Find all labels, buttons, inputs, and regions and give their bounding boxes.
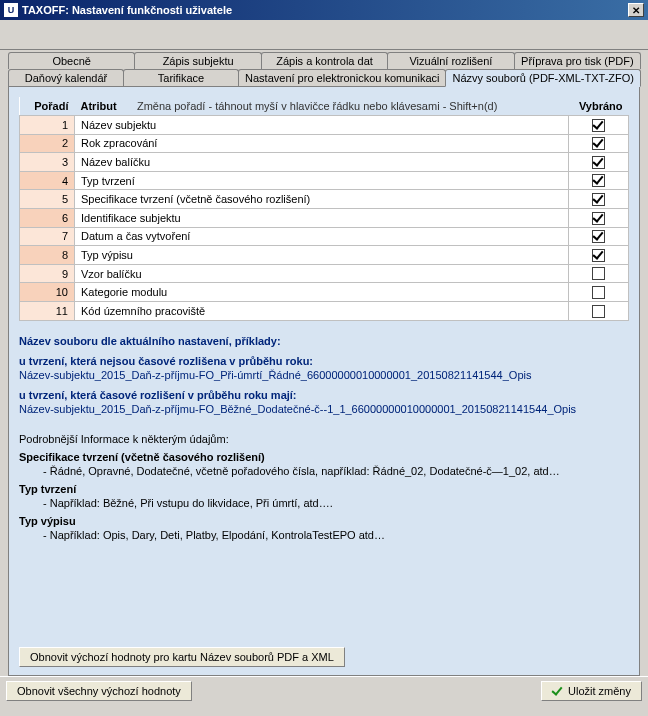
table-row[interactable]: 8Typ výpisu: [20, 246, 629, 265]
examples-heading: Název souboru dle aktuálního nastavení, …: [19, 335, 281, 347]
tab-da-ov-kalend-[interactable]: Daňový kalendář: [8, 69, 124, 86]
row-checkbox-cell[interactable]: [569, 264, 629, 283]
checkbox[interactable]: [592, 137, 605, 150]
checkbox[interactable]: [592, 305, 605, 318]
detail-title: Specifikace tvrzení (včetně časového roz…: [19, 451, 629, 463]
examples-section: Název souboru dle aktuálního nastavení, …: [19, 335, 629, 415]
row-number[interactable]: 11: [20, 301, 75, 320]
app-icon: U: [4, 3, 18, 17]
row-checkbox-cell[interactable]: [569, 134, 629, 153]
tab-p-prava-pro-tisk-pdf-[interactable]: Příprava pro tisk (PDF): [514, 52, 641, 69]
table-row[interactable]: 2Rok zpracování: [20, 134, 629, 153]
checkbox[interactable]: [592, 267, 605, 280]
save-button[interactable]: Uložit změny: [541, 681, 642, 701]
col-atribut[interactable]: Atribut: [75, 97, 131, 116]
row-attribute[interactable]: Typ tvrzení: [75, 171, 569, 190]
tab-tarifikace[interactable]: Tarifikace: [123, 69, 239, 86]
tab-z-pis-subjektu[interactable]: Zápis subjektu: [134, 52, 261, 69]
col-vybrano[interactable]: Vybráno: [569, 97, 629, 116]
titlebar: U TAXOFF: Nastavení funkčnosti uživatele…: [0, 0, 648, 20]
details-section: Podrobnější Informace k některým údajům:…: [19, 433, 629, 541]
tab-n-zvy-soubor-pdf-xml-txt-zfo-[interactable]: Názvy souborů (PDF-XML-TXT-ZFO): [445, 69, 641, 87]
table-row[interactable]: 4Typ tvrzení: [20, 171, 629, 190]
table-row[interactable]: 7Datum a čas vytvoření: [20, 227, 629, 246]
col-hint: Změna pořadí - táhnout myší v hlavičce ř…: [131, 97, 569, 116]
row-checkbox-cell[interactable]: [569, 171, 629, 190]
row-checkbox-cell[interactable]: [569, 283, 629, 302]
row-attribute[interactable]: Kategorie modulu: [75, 283, 569, 302]
row-number[interactable]: 1: [20, 116, 75, 135]
example2-title: u tvrzení, která časové rozlišení v průb…: [19, 389, 297, 401]
tab-obecn-[interactable]: Obecně: [8, 52, 135, 69]
detail-title: Typ výpisu: [19, 515, 629, 527]
row-attribute[interactable]: Kód územního pracoviště: [75, 301, 569, 320]
row-attribute[interactable]: Název balíčku: [75, 153, 569, 172]
detail-text: - Řádné, Opravné, Dodatečné, včetně pořa…: [43, 465, 629, 477]
window-title: TAXOFF: Nastavení funkčnosti uživatele: [22, 4, 628, 16]
check-icon: [552, 685, 564, 697]
table-row[interactable]: 5Specifikace tvrzení (včetně časového ro…: [20, 190, 629, 209]
col-poradi[interactable]: Pořadí: [20, 97, 75, 116]
table-row[interactable]: 6Identifikace subjektu: [20, 208, 629, 227]
close-button[interactable]: ✕: [628, 3, 644, 17]
row-number[interactable]: 3: [20, 153, 75, 172]
row-attribute[interactable]: Datum a čas vytvoření: [75, 227, 569, 246]
table-row[interactable]: 1Název subjektu: [20, 116, 629, 135]
row-number[interactable]: 9: [20, 264, 75, 283]
bottom-bar: Obnovit všechny výchozí hodnoty Uložit z…: [0, 676, 648, 705]
row-attribute[interactable]: Identifikace subjektu: [75, 208, 569, 227]
example2-text: Název-subjektu_2015_Daň-z-příjmu-FO_Běžn…: [19, 403, 629, 415]
row-checkbox-cell[interactable]: [569, 153, 629, 172]
attributes-table: Pořadí Atribut Změna pořadí - táhnout my…: [19, 97, 629, 321]
table-row[interactable]: 9Vzor balíčku: [20, 264, 629, 283]
row-number[interactable]: 7: [20, 227, 75, 246]
row-number[interactable]: 5: [20, 190, 75, 209]
restore-all-defaults-button[interactable]: Obnovit všechny výchozí hodnoty: [6, 681, 192, 701]
example1-text: Název-subjektu_2015_Daň-z-příjmu-FO_Při-…: [19, 369, 629, 381]
checkbox[interactable]: [592, 212, 605, 225]
table-row[interactable]: 3Název balíčku: [20, 153, 629, 172]
checkbox[interactable]: [592, 119, 605, 132]
restore-tab-defaults-button[interactable]: Obnovit výchozí hodnoty pro kartu Název …: [19, 647, 345, 667]
example1-title: u tvrzení, která nejsou časové rozlišena…: [19, 355, 313, 367]
row-attribute[interactable]: Rok zpracování: [75, 134, 569, 153]
tab-vizu-ln-rozli-en-[interactable]: Vizuální rozlišení: [387, 52, 514, 69]
toolbar-area: [0, 20, 648, 50]
row-number[interactable]: 4: [20, 171, 75, 190]
row-checkbox-cell[interactable]: [569, 116, 629, 135]
row-number[interactable]: 6: [20, 208, 75, 227]
checkbox[interactable]: [592, 249, 605, 262]
row-checkbox-cell[interactable]: [569, 227, 629, 246]
row-checkbox-cell[interactable]: [569, 190, 629, 209]
tab-nastaven-pro-elektronickou-komunikaci[interactable]: Nastavení pro elektronickou komunikaci: [238, 69, 446, 86]
row-number[interactable]: 8: [20, 246, 75, 265]
row-attribute[interactable]: Typ výpisu: [75, 246, 569, 265]
save-button-label: Uložit změny: [568, 685, 631, 697]
row-attribute[interactable]: Specifikace tvrzení (včetně časového roz…: [75, 190, 569, 209]
checkbox[interactable]: [592, 156, 605, 169]
table-row[interactable]: 10Kategorie modulu: [20, 283, 629, 302]
tab-z-pis-a-kontrola-dat[interactable]: Zápis a kontrola dat: [261, 52, 388, 69]
checkbox[interactable]: [592, 193, 605, 206]
row-attribute[interactable]: Název subjektu: [75, 116, 569, 135]
table-row[interactable]: 11Kód územního pracoviště: [20, 301, 629, 320]
detail-text: - Například: Běžné, Při vstupu do likvid…: [43, 497, 629, 509]
checkbox[interactable]: [592, 174, 605, 187]
row-checkbox-cell[interactable]: [569, 208, 629, 227]
row-attribute[interactable]: Vzor balíčku: [75, 264, 569, 283]
row-number[interactable]: 10: [20, 283, 75, 302]
checkbox[interactable]: [592, 286, 605, 299]
checkbox[interactable]: [592, 230, 605, 243]
row-checkbox-cell[interactable]: [569, 301, 629, 320]
detail-text: - Například: Opis, Dary, Deti, Platby, E…: [43, 529, 629, 541]
row-number[interactable]: 2: [20, 134, 75, 153]
tab-panel-filenames: Pořadí Atribut Změna pořadí - táhnout my…: [8, 86, 640, 676]
details-heading: Podrobnější Informace k některým údajům:: [19, 433, 629, 445]
row-checkbox-cell[interactable]: [569, 246, 629, 265]
detail-title: Typ tvrzení: [19, 483, 629, 495]
tabs-container: ObecněZápis subjektuZápis a kontrola dat…: [0, 50, 648, 676]
